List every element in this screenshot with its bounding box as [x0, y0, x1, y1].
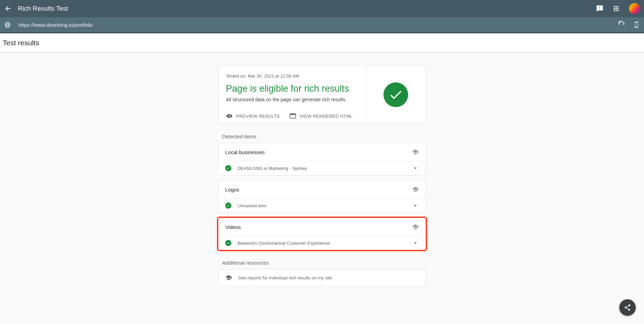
back-arrow-icon[interactable]: [4, 5, 12, 12]
item-title: Local businesses: [225, 149, 265, 155]
tested-url[interactable]: https://www.deanlong.io/portfolio: [19, 22, 618, 28]
view-rendered-html-button[interactable]: VIEW RENDERED HTML: [289, 113, 353, 119]
detected-item-local-businesses: Local businesses DEANLONG.io Marketing -…: [218, 143, 426, 175]
url-bar: https://www.deanlong.io/portfolio: [0, 17, 644, 32]
apps-grid-icon[interactable]: [612, 5, 620, 12]
topbar-actions: [596, 3, 640, 14]
item-row-text: DEANLONG.io Marketing - Sydney: [238, 166, 406, 171]
eye-icon: [226, 113, 233, 119]
webpage-icon: [289, 113, 296, 119]
item-row[interactable]: Unnamed item: [218, 199, 426, 212]
globe-icon: [4, 21, 11, 28]
additional-resources-card: See reports for individual rich results …: [218, 269, 426, 286]
item-title: Videos: [225, 224, 241, 230]
app-title: Rich Results Test: [18, 5, 596, 12]
resource-row[interactable]: See reports for individual rich results …: [218, 269, 426, 286]
detected-item-videos-highlighted: Videos Bedworks Ominichannal Customer Ex…: [218, 218, 426, 250]
view-rendered-html-label: VIEW RENDERED HTML: [300, 114, 353, 119]
share-fab[interactable]: [619, 299, 636, 316]
detected-items-label: Detected items: [222, 134, 426, 139]
refresh-icon[interactable]: [618, 21, 625, 28]
eligible-check-icon: [383, 82, 408, 107]
status-subline: All structured data on the page can gene…: [226, 97, 358, 102]
education-icon[interactable]: [412, 149, 419, 155]
status-card: Tested on: Mar 30, 2021 at 12:58 AM Page…: [218, 66, 426, 124]
preview-results-label: PREVIEW RESULTS: [236, 114, 280, 119]
item-row-text: Bedworks Ominichannal Customer Experienc…: [238, 241, 406, 246]
chevron-down-icon: [412, 202, 419, 209]
additional-resources-label: Additional resources: [222, 260, 426, 266]
chevron-down-icon: [412, 240, 419, 246]
check-icon: [225, 165, 231, 171]
item-title: Logos: [225, 187, 239, 193]
check-icon: [225, 202, 231, 209]
preview-results-button[interactable]: PREVIEW RESULTS: [226, 113, 280, 119]
resource-text: See reports for individual rich results …: [238, 275, 332, 280]
status-headline: Page is eligible for rich results: [226, 83, 358, 94]
item-row[interactable]: Bedworks Ominichannal Customer Experienc…: [218, 236, 426, 250]
education-icon[interactable]: [412, 186, 419, 193]
top-app-bar: Rich Results Test: [0, 0, 644, 17]
item-row-text: Unnamed item: [238, 203, 406, 208]
tested-timestamp: Tested on: Mar 30, 2021 at 12:58 AM: [226, 73, 358, 79]
user-avatar[interactable]: [629, 3, 640, 14]
feedback-icon[interactable]: [596, 5, 603, 12]
detected-item-logos: Logos Unnamed item: [218, 180, 426, 213]
section-header: Test results: [0, 33, 644, 53]
check-icon: [225, 240, 231, 246]
chevron-down-icon: [412, 165, 419, 172]
item-row[interactable]: DEANLONG.io Marketing - Sydney: [218, 161, 426, 175]
url-actions: [618, 21, 640, 28]
content-area: Tested on: Mar 30, 2021 at 12:58 AM Page…: [0, 53, 644, 324]
education-icon[interactable]: [412, 223, 419, 230]
education-icon: [225, 274, 232, 281]
device-icon[interactable]: [633, 21, 640, 28]
